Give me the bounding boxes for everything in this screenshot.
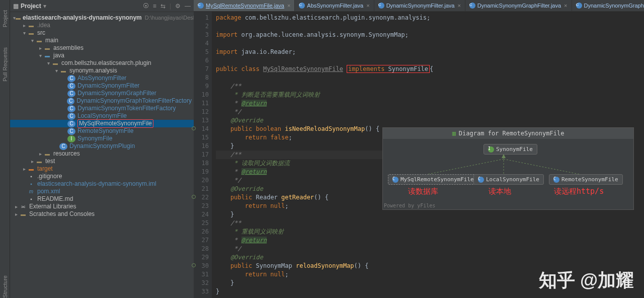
tree-file[interactable]: CLocalSynonymFile: [10, 112, 194, 120]
close-icon[interactable]: ×: [564, 3, 567, 9]
close-icon[interactable]: ×: [287, 3, 290, 9]
tree-readme[interactable]: ▪README.md: [10, 195, 194, 203]
close-icon[interactable]: ×: [457, 3, 460, 9]
diagram-popup[interactable]: ▦Diagram for RemoteSynonymFile ISynonymF…: [382, 127, 634, 210]
diagram-node[interactable]: CMySqlRemoteSynonymFile: [388, 174, 478, 185]
tab[interactable]: CAbsSynonymFilter.java×: [295, 0, 374, 11]
annotation: 读数据库: [408, 187, 438, 196]
chevron-down-icon[interactable]: ▾: [43, 3, 46, 10]
powered-by: Powered by yFiles: [384, 203, 435, 208]
tree-package[interactable]: ▾▬com.bellszhu.elasticsearch.plugin: [10, 59, 194, 67]
tree-file[interactable]: CDynamicSynonymFilter: [10, 82, 194, 90]
project-sidebar: ▦ Project ▾ ⦿ ≡ ⇆ | ⚙ — ▾▬elasticsearch-…: [10, 0, 194, 298]
tree-plugin[interactable]: CDynamicSynonymPlugin: [10, 142, 194, 150]
locate-icon[interactable]: ⦿: [143, 3, 149, 10]
rail-project[interactable]: Project: [2, 10, 8, 27]
tree-file[interactable]: CAbsSynonymFilter: [10, 74, 194, 82]
collapse-icon[interactable]: ⇆: [160, 3, 166, 10]
editor-area: CMySqlRemoteSynonymFile.java× CAbsSynony…: [194, 0, 644, 298]
expand-icon[interactable]: ≡: [153, 3, 156, 10]
tab[interactable]: CDynamicSynonymGraphTokenFilterFactory.j…: [572, 0, 644, 11]
diagram-node[interactable]: CRemoteSynonymFile: [549, 174, 623, 185]
watermark: 知乎 @加耀: [539, 268, 634, 293]
close-icon[interactable]: ×: [366, 3, 369, 9]
tree-file[interactable]: CDynamicSynonymGraphFilter: [10, 90, 194, 97]
tree-scratches[interactable]: ▸▬Scratches and Consoles: [10, 210, 194, 218]
tree-resources[interactable]: ▸▬resources: [10, 150, 194, 158]
diagram-icon: ▦: [452, 130, 456, 137]
rail-pullreq[interactable]: Pull Requests: [2, 47, 8, 82]
annotation: 读本地: [489, 187, 511, 196]
tree-src[interactable]: ▾▬src: [10, 29, 194, 37]
editor-tabs: CMySqlRemoteSynonymFile.java× CAbsSynony…: [194, 0, 644, 12]
left-rail: Project Pull Requests Structure: [0, 0, 10, 298]
tab[interactable]: CDynamicSynonymGraphFilter.java×: [465, 0, 572, 11]
tree-test[interactable]: ▸▬test: [10, 158, 194, 165]
sidebar-title[interactable]: Project: [21, 3, 41, 10]
tab-active[interactable]: CMySqlRemoteSynonymFile.java×: [194, 0, 295, 11]
tree-file[interactable]: CRemoteSynonymFile: [10, 127, 194, 135]
tree-subpackage[interactable]: ▾▬synonym.analysis: [10, 67, 194, 74]
gutter: 1234567891011121314 1516171819202122 232…: [194, 12, 212, 298]
annotation: 读远程http/s: [554, 187, 604, 196]
tree-pom[interactable]: mpom.xml: [10, 188, 194, 195]
tree-assemblies[interactable]: ▸▬assemblies: [10, 44, 194, 52]
gear-icon[interactable]: ⚙: [175, 3, 181, 10]
tree-java[interactable]: ▾▬java: [10, 52, 194, 59]
code-editor[interactable]: 1234567891011121314 1516171819202122 232…: [194, 12, 644, 298]
tree-extlib[interactable]: ▸⫘External Libraries: [10, 203, 194, 210]
sidebar-header: ▦ Project ▾ ⦿ ≡ ⇆ | ⚙ —: [10, 0, 194, 12]
project-tree[interactable]: ▾▬elasticsearch-analysis-dynamic-synonym…: [10, 12, 194, 298]
hide-icon[interactable]: —: [185, 3, 191, 10]
tree-target[interactable]: ▸▬target: [10, 165, 194, 173]
tree-file[interactable]: CDynamicSynonymTokenFilterFactory: [10, 105, 194, 112]
tree-file[interactable]: ISynonymFile: [10, 135, 194, 142]
tree-idea[interactable]: ▸▬.idea: [10, 22, 194, 29]
tree-gitignore[interactable]: ▪.gitignore: [10, 173, 194, 180]
diagram-node[interactable]: CLocalSynonymFile: [473, 174, 544, 185]
tree-file[interactable]: CDynamicSynonymGraphTokenFilterFactory: [10, 97, 194, 105]
tree-iml[interactable]: ▪elasticsearch-analysis-dynamic-synonym.…: [10, 180, 194, 188]
diagram-title: ▦Diagram for RemoteSynonymFile: [383, 128, 633, 139]
diagram-node-parent[interactable]: ISynonymFile: [484, 144, 537, 155]
tab[interactable]: CDynamicSynonymFilter.java×: [374, 0, 465, 11]
rail-structure[interactable]: Structure: [2, 275, 8, 298]
tree-main[interactable]: ▾▬main: [10, 37, 194, 44]
project-icon: ▦: [13, 3, 19, 10]
tree-root[interactable]: ▾▬elasticsearch-analysis-dynamic-synonym…: [10, 14, 194, 22]
tree-file-selected[interactable]: CMySqlRemoteSynonymFile: [10, 120, 194, 127]
